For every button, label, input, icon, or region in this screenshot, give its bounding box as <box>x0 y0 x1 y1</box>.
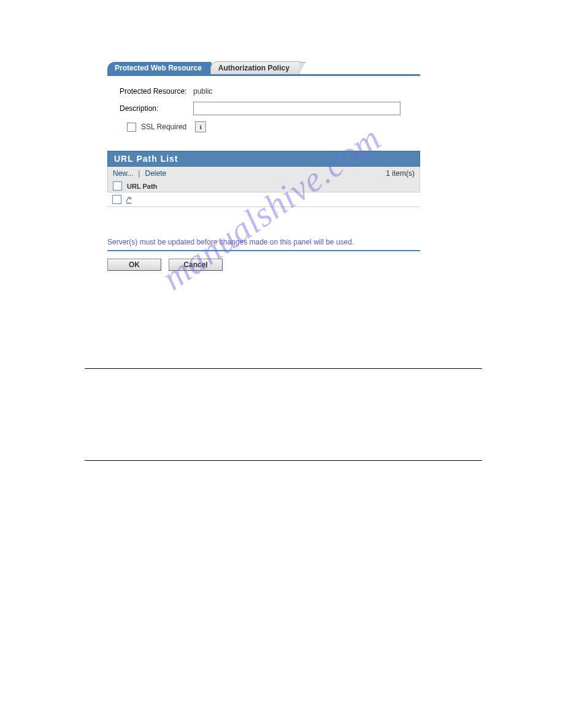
item-count: 1 item(s) <box>386 169 415 178</box>
protected-resource-label: Protected Resource: <box>120 87 193 96</box>
url-path-toolbar: New... | Delete 1 item(s) <box>107 167 420 180</box>
description-input[interactable] <box>193 102 400 115</box>
info-icon[interactable]: i <box>195 121 206 132</box>
toolbar-separator: | <box>138 169 140 178</box>
cancel-button[interactable]: Cancel <box>169 259 223 271</box>
delete-link[interactable]: Delete <box>145 169 166 178</box>
url-path-column-header: URL Path <box>127 183 157 190</box>
divider-1 <box>85 368 482 369</box>
update-notice: Server(s) must be updated before changes… <box>107 238 420 251</box>
select-all-checkbox[interactable] <box>113 181 122 191</box>
tab-authorization-policy[interactable]: Authorization Policy <box>210 61 300 74</box>
url-path-link[interactable]: /* <box>126 195 131 204</box>
url-path-table-header: URL Path <box>107 180 420 192</box>
tab-protected-web-resource[interactable]: Protected Web Resource <box>107 62 212 74</box>
ssl-required-row: SSL Required i <box>120 121 414 132</box>
ssl-required-label: SSL Required <box>141 123 186 131</box>
description-row: Description: <box>120 102 414 115</box>
new-link[interactable]: New... <box>113 169 133 178</box>
protected-resource-value: public <box>193 87 212 96</box>
protected-resource-row: Protected Resource: public <box>120 87 414 96</box>
table-row: /* <box>107 192 420 207</box>
divider-2 <box>85 460 482 461</box>
button-row: OK Cancel <box>107 259 563 271</box>
ok-button[interactable]: OK <box>107 259 161 271</box>
url-path-list-header: URL Path List <box>107 151 420 167</box>
form-area: Protected Resource: public Description: … <box>107 76 420 132</box>
ssl-required-checkbox[interactable] <box>127 123 136 132</box>
tab-bar: Protected Web Resource Authorization Pol… <box>107 61 420 76</box>
description-label: Description: <box>120 104 193 113</box>
row-checkbox[interactable] <box>112 195 121 204</box>
